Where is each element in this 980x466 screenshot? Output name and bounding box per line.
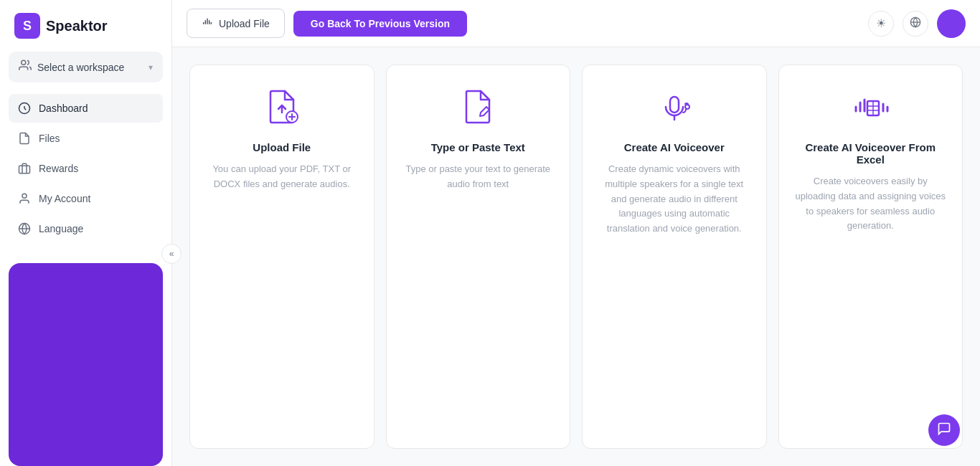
upload-file-card-icon bbox=[262, 87, 302, 127]
main-content: Upload File Go Back To Previous Version … bbox=[172, 0, 980, 466]
workspace-icon bbox=[19, 59, 32, 75]
sidebar-item-rewards[interactable]: Rewards bbox=[9, 154, 163, 183]
topbar-right: ☀ bbox=[868, 9, 966, 38]
svg-point-5 bbox=[22, 194, 27, 198]
card-upload-file[interactable]: Upload File You can upload your PDF, TXT… bbox=[189, 65, 374, 449]
go-back-button[interactable]: Go Back To Previous Version bbox=[293, 11, 467, 37]
svg-point-17 bbox=[685, 105, 689, 109]
nav-items: Dashboard Files Rewards bbox=[0, 88, 171, 249]
sidebar-item-dashboard[interactable]: Dashboard bbox=[9, 94, 163, 123]
workspace-label: Select a workspace bbox=[37, 62, 143, 73]
cards-area: Upload File You can upload your PDF, TXT… bbox=[172, 47, 980, 466]
dashboard-icon bbox=[17, 101, 32, 115]
card-ai-voiceover-desc: Create dynamic voiceovers with multiple … bbox=[597, 162, 752, 237]
rewards-icon bbox=[17, 161, 32, 176]
upload-waveform-icon bbox=[202, 16, 213, 30]
ai-voiceover-card-icon bbox=[654, 87, 694, 127]
translate-button[interactable] bbox=[903, 11, 928, 37]
card-upload-file-desc: You can upload your PDF, TXT or DOCX fil… bbox=[204, 162, 359, 192]
sidebar-item-files[interactable]: Files bbox=[9, 124, 163, 153]
collapse-sidebar-button[interactable]: « bbox=[161, 244, 182, 264]
card-ai-voiceover-excel-title: Create AI Voiceover From Excel bbox=[793, 141, 948, 166]
card-ai-voiceover-title: Create AI Voiceover bbox=[624, 141, 725, 153]
chat-bubble-button[interactable] bbox=[928, 414, 960, 446]
language-icon bbox=[17, 222, 32, 236]
card-ai-voiceover-excel-desc: Create voiceovers easily by uploading da… bbox=[793, 174, 948, 234]
files-icon bbox=[17, 131, 32, 146]
app-name: Speaktor bbox=[46, 18, 108, 34]
sidebar-item-account[interactable]: My Account bbox=[9, 184, 163, 213]
translate-icon bbox=[910, 16, 921, 31]
sidebar: S Speaktor Select a workspace ▾ bbox=[0, 0, 172, 466]
sun-icon: ☀ bbox=[876, 16, 886, 30]
upload-file-button[interactable]: Upload File bbox=[187, 9, 285, 38]
card-upload-file-title: Upload File bbox=[253, 141, 311, 153]
type-paste-card-icon bbox=[458, 87, 498, 127]
svg-line-3 bbox=[24, 108, 26, 110]
account-label: My Account bbox=[39, 193, 90, 204]
card-ai-voiceover[interactable]: Create AI Voiceover Create dynamic voice… bbox=[582, 65, 767, 449]
svg-rect-4 bbox=[19, 166, 30, 173]
language-label: Language bbox=[39, 223, 83, 234]
card-type-paste-desc: Type or paste your text to generate audi… bbox=[401, 162, 556, 192]
rewards-label: Rewards bbox=[39, 163, 78, 174]
chat-icon bbox=[937, 422, 951, 439]
upload-file-label: Upload File bbox=[219, 18, 270, 29]
card-type-paste[interactable]: Type or Paste Text Type or paste your te… bbox=[386, 65, 571, 449]
dashboard-label: Dashboard bbox=[39, 103, 88, 114]
ai-voiceover-excel-card-icon bbox=[850, 87, 890, 127]
card-ai-voiceover-excel[interactable]: Create AI Voiceover From Excel Create vo… bbox=[778, 65, 963, 449]
files-label: Files bbox=[39, 133, 60, 144]
logo-icon: S bbox=[14, 13, 40, 39]
sidebar-item-language[interactable]: Language bbox=[9, 214, 163, 243]
user-avatar-button[interactable] bbox=[937, 9, 966, 38]
workspace-chevron: ▾ bbox=[149, 62, 153, 72]
card-type-paste-title: Type or Paste Text bbox=[431, 141, 525, 153]
workspace-selector[interactable]: Select a workspace ▾ bbox=[9, 52, 163, 82]
topbar: Upload File Go Back To Previous Version … bbox=[172, 0, 980, 47]
promo-block bbox=[9, 263, 163, 466]
account-icon bbox=[17, 191, 32, 206]
svg-point-0 bbox=[22, 60, 26, 65]
logo-area: S Speaktor bbox=[0, 0, 171, 52]
theme-toggle-button[interactable]: ☀ bbox=[868, 11, 894, 37]
